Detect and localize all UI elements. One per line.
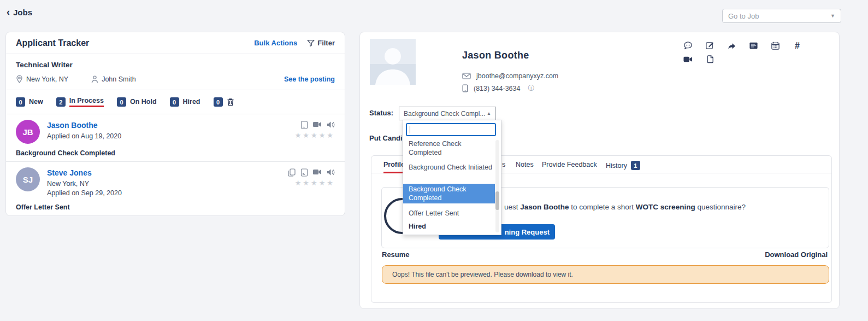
share-icon[interactable] bbox=[727, 41, 736, 50]
stage-on-hold-count: 0 bbox=[117, 97, 126, 107]
video-icon[interactable] bbox=[313, 168, 322, 176]
mail-icon bbox=[462, 73, 471, 79]
applicant-row-steve[interactable]: SJ Steve Jones New York, NY Applied on S… bbox=[6, 161, 345, 215]
applicant-status: Background Check Completed bbox=[16, 149, 335, 157]
cv-document-icon[interactable] bbox=[300, 121, 308, 129]
resume-alert-text: Oops! This file can't be previewed. Plea… bbox=[392, 271, 573, 278]
stage-new-label: New bbox=[29, 98, 43, 107]
hashtag-icon[interactable]: # bbox=[793, 41, 802, 50]
tab-history-label: History bbox=[606, 162, 627, 170]
copy-icon[interactable] bbox=[288, 168, 296, 177]
candidate-phone-row: (813) 344-3634 ⓘ bbox=[462, 84, 534, 93]
download-original-link[interactable]: Download Original bbox=[765, 250, 828, 259]
stage-filter-bar: 0 New 2 In Process 0 On Hold 0 Hired 0 bbox=[6, 90, 345, 114]
option-hired[interactable]: Hired bbox=[403, 221, 495, 232]
stage-hired[interactable]: 0 Hired bbox=[170, 97, 200, 107]
job-location-label: New York, NY bbox=[26, 75, 68, 83]
stage-hired-label: Hired bbox=[183, 98, 200, 107]
status-select-value: Background Check Compl... bbox=[404, 110, 485, 118]
option-background-check-completed[interactable]: Background Check Completed bbox=[403, 184, 495, 203]
status-select[interactable]: Background Check Compl... ▲ bbox=[399, 107, 496, 120]
candidate-action-toolbar: # bbox=[683, 41, 821, 64]
tab-history[interactable]: History 1 bbox=[606, 161, 640, 170]
audio-icon[interactable] bbox=[327, 121, 335, 129]
stage-archived-count: 0 bbox=[214, 97, 223, 107]
page-root: ‹ Jobs Go to Job ▼ Applicant Tracker Bul… bbox=[0, 0, 868, 321]
rating-stars[interactable]: ★★★★★ bbox=[295, 179, 335, 187]
chevron-up-icon: ▲ bbox=[487, 111, 491, 116]
see-posting-link[interactable]: See the posting bbox=[284, 75, 335, 83]
job-owner: John Smith bbox=[91, 75, 136, 83]
video-call-icon[interactable] bbox=[683, 55, 693, 64]
wotc-question-text: uest Jason Boothe to complete a short WO… bbox=[504, 203, 746, 211]
stage-in-process-count: 2 bbox=[56, 97, 66, 107]
audio-icon[interactable] bbox=[327, 168, 335, 176]
info-icon[interactable]: ⓘ bbox=[528, 84, 534, 93]
candidate-email-row: jboothe@companyxyz.com bbox=[462, 72, 558, 80]
wotc-text-mid: to complete a short bbox=[569, 203, 636, 211]
dropdown-scrollbar-thumb[interactable] bbox=[495, 191, 499, 210]
candidate-photo-placeholder bbox=[370, 39, 416, 85]
tab-hidden-partial[interactable]: s bbox=[502, 161, 505, 168]
bulk-actions-link[interactable]: Bulk Actions bbox=[254, 39, 297, 47]
option-offer-letter-sent[interactable]: Offer Letter Sent bbox=[403, 208, 495, 219]
candidate-email[interactable]: jboothe@companyxyz.com bbox=[476, 72, 558, 80]
person-silhouette-icon bbox=[370, 39, 416, 85]
chevron-left-icon: ‹ bbox=[7, 8, 10, 16]
tab-notes[interactable]: Notes bbox=[516, 161, 534, 168]
status-label: Status: bbox=[369, 109, 393, 117]
applicant-tracker-card: Applicant Tracker Bulk Actions Filter Te… bbox=[5, 32, 345, 216]
tracker-header: Applicant Tracker Bulk Actions Filter bbox=[6, 32, 345, 54]
dropdown-scrollbar-track[interactable] bbox=[495, 140, 499, 232]
documents-icon[interactable] bbox=[705, 55, 715, 64]
text-cursor bbox=[410, 126, 410, 133]
applicant-name-link[interactable]: Jason Boothe bbox=[47, 121, 121, 130]
video-icon[interactable] bbox=[313, 121, 322, 128]
applicant-location: New York, NY bbox=[47, 179, 122, 189]
history-count-badge: 1 bbox=[631, 161, 640, 170]
resume-preview-alert: Oops! This file can't be previewed. Plea… bbox=[382, 265, 829, 284]
candidate-phone: (813) 344-3634 bbox=[474, 85, 520, 92]
rating-stars[interactable]: ★★★★★ bbox=[295, 131, 335, 139]
pipeline-list-icon[interactable] bbox=[749, 41, 758, 50]
person-icon bbox=[91, 75, 98, 83]
edit-icon[interactable] bbox=[705, 41, 715, 50]
job-summary: Technical Writer New York, NY John Smith… bbox=[6, 54, 345, 90]
applicant-name-link[interactable]: Steve Jones bbox=[47, 168, 122, 177]
mobile-phone-icon bbox=[462, 84, 468, 92]
stage-on-hold[interactable]: 0 On Hold bbox=[117, 97, 157, 107]
filter-label: Filter bbox=[317, 39, 335, 47]
breadcrumb[interactable]: ‹ Jobs bbox=[7, 8, 32, 17]
applicant-row-jason[interactable]: JB Jason Boothe Applied on Aug 19, 2020 … bbox=[6, 114, 345, 161]
cv-document-icon[interactable] bbox=[300, 168, 308, 177]
trash-icon bbox=[227, 98, 234, 106]
applicant-status: Offer Letter Sent bbox=[16, 203, 335, 211]
tab-profile[interactable]: Profile bbox=[383, 161, 405, 168]
stage-in-process[interactable]: 2 In Process bbox=[56, 97, 104, 107]
job-owner-label: John Smith bbox=[102, 75, 136, 83]
avatar: SJ bbox=[16, 167, 40, 191]
filter-button[interactable]: Filter bbox=[307, 39, 335, 47]
applicant-applied-date: Applied on Sep 29, 2020 bbox=[47, 189, 122, 198]
wotc-text-pre: uest bbox=[504, 203, 520, 211]
avatar: JB bbox=[16, 120, 40, 144]
wotc-screening-bold: WOTC screening bbox=[636, 203, 695, 211]
wotc-text-post: questionnaire? bbox=[695, 203, 746, 211]
put-candidate-label-partial: Put Candi bbox=[369, 134, 403, 142]
applicant-applied-date: Applied on Aug 19, 2020 bbox=[47, 132, 121, 141]
status-search-input[interactable] bbox=[406, 123, 496, 136]
stage-archived[interactable]: 0 bbox=[214, 97, 234, 107]
option-reference-check-completed[interactable]: Reference Check Completed bbox=[403, 138, 495, 158]
tracker-title: Applicant Tracker bbox=[16, 38, 89, 48]
job-location: New York, NY bbox=[16, 75, 68, 83]
stage-new[interactable]: 0 New bbox=[16, 97, 43, 107]
wotc-candidate-name: Jason Boothe bbox=[520, 203, 569, 211]
go-to-job-select[interactable]: Go to Job ▼ bbox=[722, 9, 841, 23]
status-dropdown-panel: Reference Check Completed Background Che… bbox=[403, 120, 501, 235]
option-background-check-initiated[interactable]: Background Check Initiated bbox=[403, 162, 495, 173]
chevron-down-icon: ▼ bbox=[830, 13, 835, 19]
chat-icon[interactable] bbox=[683, 41, 693, 50]
calendar-icon[interactable] bbox=[771, 41, 780, 50]
stage-in-process-label: In Process bbox=[69, 97, 104, 107]
tab-provide-feedback[interactable]: Provide Feedback bbox=[542, 161, 597, 168]
